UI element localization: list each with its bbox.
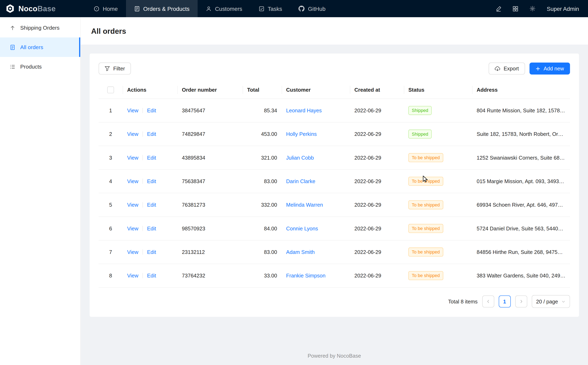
customer-link[interactable]: Melinda Warren <box>286 202 323 208</box>
column-header-label: Customer <box>286 87 311 93</box>
edit-link[interactable]: Edit <box>147 107 156 113</box>
export-button[interactable]: Export <box>489 63 525 75</box>
prev-page-button[interactable] <box>482 295 494 308</box>
action-divider <box>143 226 143 231</box>
user-menu[interactable]: Super Admin <box>547 6 579 12</box>
highlighter-icon[interactable] <box>496 6 501 11</box>
view-link[interactable]: View <box>127 249 138 255</box>
select-all-checkbox[interactable] <box>107 87 114 93</box>
nocobase-logo[interactable]: NocoBase <box>5 4 77 14</box>
order-number-cell: 98570923 <box>177 217 243 240</box>
action-divider <box>143 108 143 113</box>
nav-item-orders-products[interactable]: Orders & Products <box>126 0 198 17</box>
nav-item-tasks[interactable]: Tasks <box>251 0 290 17</box>
nav-item-label: Orders & Products <box>143 6 189 12</box>
created-at-cell: 2022-06-29 <box>350 240 404 264</box>
sidebar-item-label: Products <box>20 64 42 70</box>
edit-link[interactable]: Edit <box>147 273 156 278</box>
next-page-button[interactable] <box>515 295 527 308</box>
edit-link[interactable]: Edit <box>147 155 156 161</box>
customers-icon <box>206 6 212 11</box>
nav-item-label: Tasks <box>268 6 282 12</box>
view-link[interactable]: View <box>127 155 138 161</box>
actions-cell: ViewEdit <box>123 193 177 217</box>
main-nav: HomeOrders & ProductsCustomersTasksGitHu… <box>86 0 334 17</box>
nav-item-customers[interactable]: Customers <box>198 0 250 17</box>
column-header-label: Actions <box>127 87 146 93</box>
customer-link[interactable]: Connie Lyons <box>286 225 318 232</box>
table-row: 7ViewEdit2313211283.00Adam Smith2022-06-… <box>99 240 570 264</box>
view-link[interactable]: View <box>127 202 138 208</box>
edit-link[interactable]: Edit <box>147 225 156 232</box>
actions-cell: ViewEdit <box>123 169 177 193</box>
action-divider <box>143 131 143 137</box>
view-link[interactable]: View <box>127 107 138 113</box>
total-cell: 85.34 <box>243 99 282 122</box>
customer-cell: Leonard Hayes <box>282 99 350 122</box>
status-badge: Shipped <box>408 129 432 139</box>
row-index-cell: 6 <box>99 217 123 240</box>
edit-link[interactable]: Edit <box>147 178 156 184</box>
status-cell: To be shipped <box>404 240 472 264</box>
total-cell: 84.00 <box>243 217 282 240</box>
customer-cell: Connie Lyons <box>282 217 350 240</box>
column-header-actions: Actions <box>123 81 177 99</box>
sidebar-item-shipping-orders[interactable]: Shipping Orders <box>0 18 80 37</box>
arrow-up-icon <box>10 25 15 30</box>
nav-item-github[interactable]: GitHub <box>290 0 334 17</box>
app: NocoBase HomeOrders & ProductsCustomersT… <box>0 0 588 365</box>
customer-link[interactable]: Adam Smith <box>286 249 315 255</box>
page-number-button[interactable]: 1 <box>499 295 511 308</box>
row-index-cell: 5 <box>99 193 123 217</box>
action-divider <box>143 249 143 255</box>
column-header-label: Total <box>247 87 259 93</box>
nav-tools <box>496 6 536 11</box>
address-cell: 015 Margie Mission, Apt. 093, 34936, Ebe… <box>472 169 570 193</box>
sidebar-item-products[interactable]: Products <box>0 57 80 76</box>
actions-cell: ViewEdit <box>123 146 177 169</box>
filter-icon <box>105 66 110 71</box>
sidebar-item-all-orders[interactable]: All orders <box>0 37 80 57</box>
status-cell: To be shipped <box>404 217 472 240</box>
page-size-select[interactable]: 20 / page <box>532 295 570 308</box>
view-link[interactable]: View <box>127 178 138 184</box>
table-row: 2ViewEdit74829847453.00Holly Perkins2022… <box>99 122 570 146</box>
filter-button[interactable]: Filter <box>99 63 131 75</box>
total-cell: 332.00 <box>243 193 282 217</box>
row-index-cell: 7 <box>99 240 123 264</box>
view-link[interactable]: View <box>127 273 138 278</box>
actions-cell: ViewEdit <box>123 99 177 122</box>
customer-link[interactable]: Holly Perkins <box>286 131 317 137</box>
actions-cell: ViewEdit <box>123 264 177 287</box>
nav-right: Super Admin <box>496 6 579 12</box>
orders-table: ActionsOrder numberTotalCustomerCreated … <box>99 81 570 288</box>
customer-link[interactable]: Leonard Hayes <box>286 107 322 113</box>
cloud-download-icon <box>494 66 500 71</box>
logo-text: NocoBase <box>18 4 56 13</box>
customer-link[interactable]: Julian Cobb <box>286 155 314 161</box>
edit-link[interactable]: Edit <box>147 131 156 137</box>
edit-link[interactable]: Edit <box>147 249 156 255</box>
customer-link[interactable]: Frankie Simpson <box>286 273 326 278</box>
nav-item-label: Home <box>103 6 118 12</box>
add-new-button[interactable]: Add new <box>530 63 570 75</box>
row-index-cell: 1 <box>99 99 123 122</box>
gear-icon[interactable] <box>530 6 536 11</box>
footer-text: Powered by NocoBase <box>89 347 579 365</box>
filter-button-label: Filter <box>113 65 125 71</box>
created-at-cell: 2022-06-29 <box>350 264 404 287</box>
tasks-icon <box>259 6 264 11</box>
customer-link[interactable]: Darin Clarke <box>286 178 315 184</box>
chevron-right-icon <box>519 299 523 304</box>
edit-link[interactable]: Edit <box>147 202 156 208</box>
grid-icon[interactable] <box>513 6 518 11</box>
actions-cell: ViewEdit <box>123 240 177 264</box>
view-link[interactable]: View <box>127 225 138 232</box>
created-at-cell: 2022-06-29 <box>350 193 404 217</box>
address-cell: 383 Walter Gardens, Suite 040, 24947, Be… <box>472 264 570 287</box>
total-cell: 321.00 <box>243 146 282 169</box>
nav-item-home[interactable]: Home <box>86 0 126 17</box>
order-number-cell: 76381273 <box>177 193 243 217</box>
action-divider <box>143 179 143 184</box>
view-link[interactable]: View <box>127 131 138 137</box>
